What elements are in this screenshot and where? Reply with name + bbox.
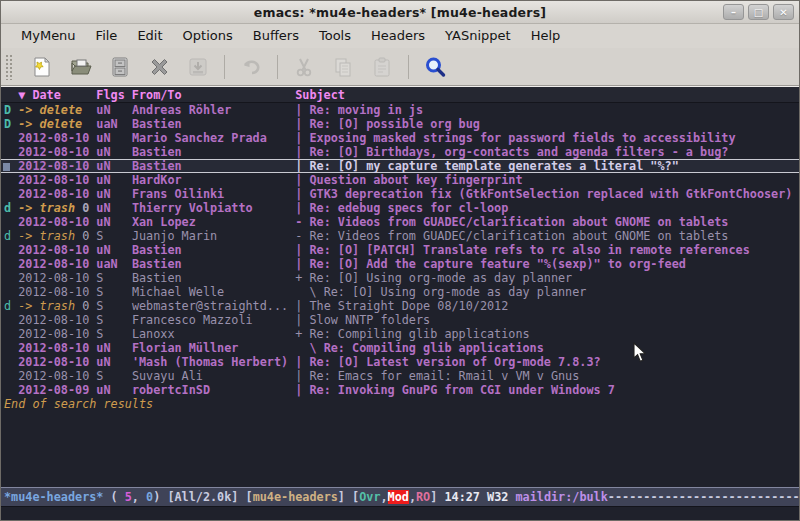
- row-subject: | Question about key fingerprint: [295, 173, 522, 187]
- close-buffer-icon[interactable]: [146, 54, 172, 80]
- open-folder-icon[interactable]: [68, 54, 94, 80]
- row-from: Mario Sanchez Prada: [132, 131, 295, 145]
- menu-bar: MyMenuFileEditOptionsBuffersToolsHeaders…: [1, 24, 799, 48]
- message-row[interactable]: 2012-08-10 uaN Bastien | Re: [O] Add the…: [1, 257, 799, 271]
- row-subject: | GTK3 deprecation fix (GtkFontSelection…: [295, 187, 792, 201]
- message-row[interactable]: 2012-08-09 uN robertcInSD | Re: Invoking…: [1, 383, 799, 397]
- message-row[interactable]: 2012-08-10 S Lanoxx + Re: Compiling glib…: [1, 327, 799, 341]
- modeline-segment-bright: 14:27 W32: [444, 490, 515, 504]
- row-mark: [4, 369, 18, 383]
- message-row[interactable]: D -> delete uaN Bastien | Re: [O] possib…: [1, 117, 799, 131]
- minimize-button[interactable]: –: [723, 4, 744, 20]
- row-mark-target-extra: 0: [75, 229, 96, 243]
- message-row[interactable]: 2012-08-10 uN Bastien | Re: [O] Birthday…: [1, 145, 799, 159]
- new-file-icon[interactable]: [29, 54, 55, 80]
- row-from: Bastien: [132, 257, 295, 271]
- row-mark: d: [4, 229, 18, 243]
- row-from: Francesco Mazzoli: [132, 313, 295, 327]
- menu-buffers[interactable]: Buffers: [243, 26, 309, 46]
- row-mark-target-extra: [82, 103, 96, 117]
- row-subject: | Re: [O] Latest version of Org-mode 7.8…: [295, 355, 600, 369]
- row-from: Thierry Volpiatto: [132, 201, 295, 215]
- row-from: Frans Oilinki: [132, 187, 295, 201]
- row-subject: | Re: [O] Add the capture feature "%(sex…: [295, 257, 686, 271]
- row-date: 2012-08-09: [18, 383, 96, 397]
- row-mark: [4, 243, 18, 257]
- mode-line[interactable]: *mu4e-headers* ( 5, 0) [All/2.0k] [mu4e-…: [1, 487, 799, 507]
- menu-headers[interactable]: Headers: [361, 26, 435, 46]
- message-row[interactable]: 2012-08-10 S Francesco Mazzoli | Slow NN…: [1, 313, 799, 327]
- row-subject: | The Straight Dope 08/10/2012: [295, 299, 508, 313]
- titlebar[interactable]: emacs: *mu4e-headers* [mu4e-headers] – □…: [1, 1, 799, 24]
- message-row[interactable]: 2012-08-10 uN Mario Sanchez Prada | Expo…: [1, 131, 799, 145]
- headers-column-header: ▼ Date Flgs From/To Subject: [1, 87, 799, 103]
- row-from: Michael Welle: [132, 285, 295, 299]
- row-mark: [4, 257, 18, 271]
- toolbar-grip-handle[interactable]: [5, 54, 12, 80]
- message-row[interactable]: 2012-08-10 uN HardKor | Question about k…: [1, 173, 799, 187]
- message-row[interactable]: d -> trash 0 S Juanjo Marin - Re: Videos…: [1, 229, 799, 243]
- row-mark: [4, 173, 18, 187]
- message-row[interactable]: 2012-08-10 S Suvayu Ali | Re: Emacs for …: [1, 369, 799, 383]
- message-row[interactable]: d -> trash 0 uN Thierry Volpiatto | Re: …: [1, 201, 799, 215]
- message-row[interactable]: 2012-08-10 uN Frans Oilinki | GTK3 depre…: [1, 187, 799, 201]
- row-mark: d: [4, 299, 18, 313]
- row-subject: | Re: edebug specs for cl-loop: [295, 201, 508, 215]
- row-flags: S: [96, 285, 132, 299]
- close-button[interactable]: ✕: [773, 4, 794, 20]
- row-mark: [4, 355, 18, 369]
- modeline-segment-plain: ]: [430, 490, 444, 504]
- message-row-current[interactable]: 2012-08-10 uN Bastien | Re: [O] my captu…: [1, 159, 799, 173]
- row-flags: uN: [96, 383, 132, 397]
- row-from: webmaster@straightd...: [132, 299, 295, 313]
- row-subject: | Re: [O] [PATCH] Translate refs to rc a…: [295, 243, 750, 257]
- menu-mymenu[interactable]: MyMenu: [11, 26, 86, 46]
- search-icon[interactable]: [422, 54, 448, 80]
- menu-options[interactable]: Options: [173, 26, 243, 46]
- menu-edit[interactable]: Edit: [127, 26, 172, 46]
- message-row[interactable]: 2012-08-10 uN 'Mash (Thomas Herbert) | R…: [1, 355, 799, 369]
- toolbar-separator: [224, 55, 225, 79]
- message-row[interactable]: 2012-08-10 uN Bastien | Re: [O] [PATCH] …: [1, 243, 799, 257]
- modeline-segment-buffer: *mu4e-headers*: [4, 490, 103, 504]
- modeline-segment-mod: Mod: [388, 490, 409, 504]
- menu-tools[interactable]: Tools: [309, 26, 361, 46]
- menu-file[interactable]: File: [86, 26, 128, 46]
- message-row[interactable]: d -> trash 0 S webmaster@straightd... | …: [1, 299, 799, 313]
- row-mark: [4, 145, 18, 159]
- emacs-window: emacs: *mu4e-headers* [mu4e-headers] – □…: [0, 0, 800, 521]
- row-mark: [4, 215, 18, 229]
- row-flags: uN: [96, 103, 132, 117]
- row-date: 2012-08-10: [18, 257, 96, 271]
- message-row[interactable]: 2012-08-10 uN Florian Müllner \ Re: Comp…: [1, 341, 799, 355]
- message-row[interactable]: 2012-08-10 S Michael Welle \ Re: [O] Usi…: [1, 285, 799, 299]
- message-row[interactable]: 2012-08-10 S Bastien + Re: [O] Using org…: [1, 271, 799, 285]
- row-subject: | Re: [O] my capture template generates …: [295, 159, 679, 173]
- row-subject: | Re: Emacs for email: Rmail v VM v Gnus: [295, 369, 579, 383]
- save-icon: [185, 54, 211, 80]
- row-flags: uaN: [96, 257, 132, 271]
- row-mark-target-extra: 0: [75, 299, 96, 313]
- buffer-empty-space[interactable]: [1, 411, 799, 487]
- row-from: HardKor: [132, 173, 295, 187]
- window-title: emacs: *mu4e-headers* [mu4e-headers]: [1, 5, 799, 20]
- modeline-segment-plain: ,: [380, 490, 387, 504]
- modeline-segment-plain: ,: [409, 490, 416, 504]
- row-date: 2012-08-10: [18, 159, 96, 173]
- row-subject: \ Re: [O] Using org-mode as day planner: [295, 285, 586, 299]
- row-subject: - Re: Videos from GUADEC/clarification a…: [295, 215, 728, 229]
- menu-yasnippet[interactable]: YASnippet: [435, 26, 521, 46]
- row-mark: [4, 187, 18, 201]
- file-cabinet-icon[interactable]: [107, 54, 133, 80]
- row-mark: [4, 313, 18, 327]
- text-cursor: [3, 163, 10, 171]
- row-date: 2012-08-10: [18, 313, 96, 327]
- row-from: Bastien: [132, 145, 295, 159]
- row-flags: uN: [96, 201, 132, 215]
- message-row[interactable]: 2012-08-10 uN Xan Lopez - Re: Videos fro…: [1, 215, 799, 229]
- echo-area[interactable]: [1, 507, 799, 520]
- maximize-button[interactable]: □: [748, 4, 769, 20]
- menu-help[interactable]: Help: [521, 26, 571, 46]
- message-row[interactable]: D -> delete uN Andreas Röhler | Re: movi…: [1, 103, 799, 117]
- modeline-segment-ovr: Ovr: [359, 490, 380, 504]
